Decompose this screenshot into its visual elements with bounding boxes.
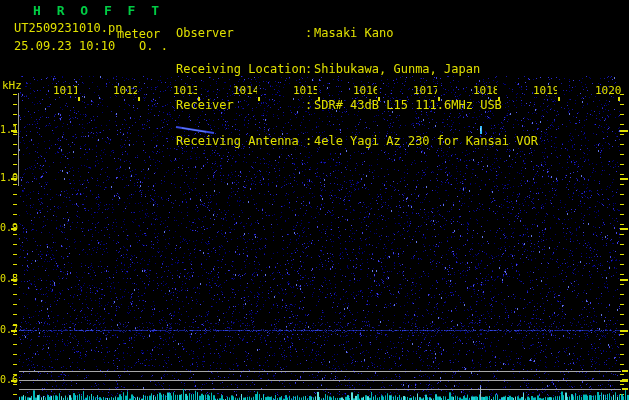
info-value: Masaki Kano — [314, 27, 393, 39]
separator: : — [305, 27, 314, 39]
time-tick-label: 1014 — [233, 84, 257, 97]
info-row-location: Receiving Location:Shibukawa, Gunma, Jap… — [176, 63, 538, 75]
separator: : — [305, 63, 314, 75]
freq-tick-label: 1.0 — [0, 172, 18, 183]
time-tick-label: 1011 — [53, 84, 77, 97]
station-info-block: Observer:Masaki Kano Receiving Location:… — [176, 3, 538, 159]
time-tick-label: 1019 — [533, 84, 557, 97]
time-tick-label: 1013 — [173, 84, 197, 97]
freq-axis-unit: kHz — [2, 79, 22, 92]
info-label: Receiving Antenna — [176, 135, 305, 147]
info-value: SDR# 43dB L15 111.6MHz USB — [314, 99, 502, 111]
info-row-observer: Observer:Masaki Kano — [176, 27, 538, 39]
time-tick-label: 1015 — [293, 84, 317, 97]
app-title: H R O F F T — [33, 3, 163, 18]
freq-tick-label: 1.1 — [0, 124, 18, 135]
time-tick-label: 1018 — [473, 84, 497, 97]
freq-tick-label: 0.9 — [0, 222, 18, 233]
time-tick-label: 1012 — [113, 84, 137, 97]
time-tick-label: 1017 — [413, 84, 437, 97]
separator: : — [305, 135, 314, 147]
status-counter: O. . — [139, 39, 168, 53]
info-row-antenna: Receiving Antenna:4ele Yagi Az 230 for K… — [176, 135, 538, 147]
time-tick-label: 1016 — [353, 84, 377, 97]
info-label: Receiving Location — [176, 63, 305, 75]
info-value: Shibukawa, Gunma, Japan — [314, 63, 480, 75]
output-filename: UT2509231010.pn — [14, 21, 122, 35]
time-tick-label: 1020 — [595, 84, 622, 97]
freq-tick-label: 0.6 — [0, 374, 18, 385]
date-time-label: 25.09.23 10:10 — [14, 39, 115, 53]
info-value: 4ele Yagi Az 230 for Kansai VOR — [314, 135, 538, 147]
info-label: Receiver — [176, 99, 305, 111]
info-row-receiver: Receiver:SDR# 43dB L15 111.6MHz USB — [176, 99, 538, 111]
freq-tick-label: 0.7 — [0, 324, 18, 335]
info-label: Observer — [176, 27, 305, 39]
freq-tick-label: 0.8 — [0, 273, 18, 284]
separator: : — [305, 99, 314, 111]
